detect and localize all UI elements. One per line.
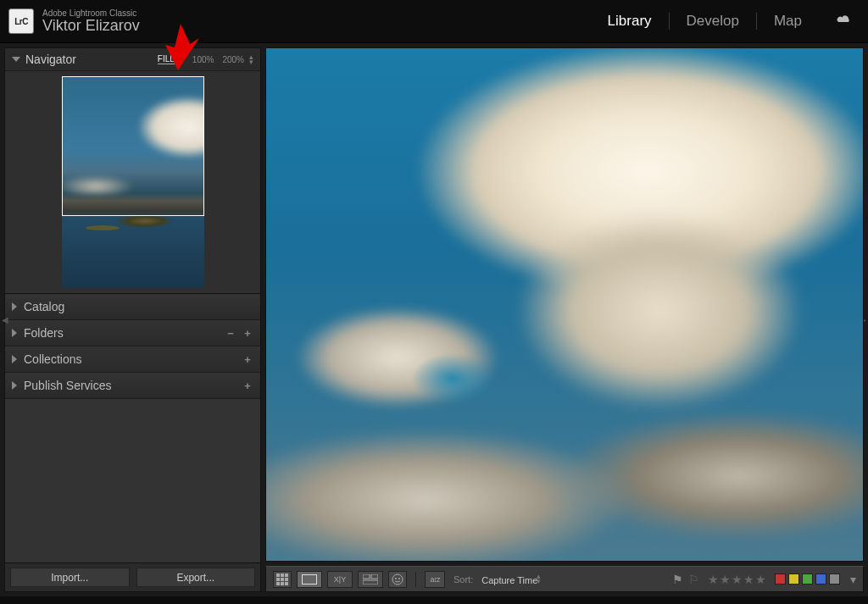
star-4[interactable]: ★	[743, 573, 754, 586]
navigator-preview[interactable]	[5, 71, 260, 294]
plus-icon[interactable]: +	[242, 327, 253, 340]
star-1[interactable]: ★	[708, 573, 719, 586]
svg-rect-3	[363, 580, 378, 585]
sort-direction-button[interactable]: a↕z	[425, 571, 445, 588]
module-library[interactable]: Library	[591, 13, 669, 30]
top-bar: LrC Adobe Lightroom Classic Viktor Eliza…	[0, 0, 868, 43]
grid-view-button[interactable]	[273, 571, 292, 588]
bottom-toolbar: X|Y a↕z Sort: Capture Time ▴▾ ⚑ ⚐ ★ ★ ★	[265, 566, 864, 592]
panel-folders[interactable]: Folders − +	[5, 320, 260, 346]
disclosure-triangle-icon	[12, 57, 20, 62]
main-area: X|Y a↕z Sort: Capture Time ▴▾ ⚑ ⚐ ★ ★ ★	[265, 47, 864, 592]
navigator-header[interactable]: Navigator FILL▴▾ 100% 200%▴▾	[5, 48, 260, 71]
disclosure-triangle-icon	[12, 302, 17, 311]
compare-view-button[interactable]: X|Y	[327, 571, 353, 588]
rating-stars: ★ ★ ★ ★ ★	[708, 573, 766, 586]
updown-icon[interactable]: ▴▾	[180, 54, 184, 64]
svg-rect-1	[363, 574, 370, 579]
left-panel-buttons: Import... Export...	[5, 562, 260, 591]
zoom-100[interactable]: 100%	[192, 55, 214, 64]
svg-rect-2	[371, 574, 378, 579]
toolbar-menu-icon[interactable]: ▾	[850, 573, 856, 586]
navigator-crop-frame[interactable]	[62, 76, 204, 216]
panel-label: Collections	[24, 352, 81, 366]
left-panel-spacer	[5, 399, 260, 562]
user-name-label: Viktor Elizarov	[42, 18, 140, 35]
star-5[interactable]: ★	[755, 573, 766, 586]
swatch-red[interactable]	[775, 574, 786, 585]
zoom-fill[interactable]: FILL	[158, 54, 175, 64]
color-label-swatches	[775, 574, 840, 585]
image-viewer[interactable]	[265, 47, 864, 562]
panel-catalog[interactable]: Catalog	[5, 294, 260, 320]
loupe-view-button[interactable]	[297, 571, 322, 588]
flag-pick-icon[interactable]: ⚑	[672, 573, 683, 586]
flag-reject-icon[interactable]: ⚐	[688, 573, 699, 586]
module-map[interactable]: Map	[756, 13, 819, 30]
swatch-yellow[interactable]	[788, 574, 799, 585]
navigator-thumbnail[interactable]	[62, 76, 204, 288]
plus-icon[interactable]: +	[242, 353, 253, 366]
panel-label: Folders	[24, 326, 64, 340]
sort-dropdown[interactable]: Capture Time ▴▾	[481, 574, 541, 585]
svg-point-6	[398, 578, 400, 579]
minus-icon[interactable]: −	[225, 327, 236, 340]
app-name-label: Adobe Lightroom Classic	[42, 8, 140, 18]
swatch-green[interactable]	[802, 574, 813, 585]
export-button[interactable]: Export...	[136, 568, 256, 587]
people-view-button[interactable]	[388, 571, 407, 588]
svg-point-4	[392, 574, 403, 585]
disclosure-triangle-icon	[12, 355, 17, 363]
panel-collections[interactable]: Collections +	[5, 346, 260, 373]
panel-label: Catalog	[24, 300, 64, 313]
sort-label: Sort:	[453, 574, 473, 585]
module-picker: Library Develop Map	[591, 13, 853, 30]
swatch-blue[interactable]	[815, 574, 826, 585]
app-logo: LrC	[8, 8, 34, 34]
survey-view-button[interactable]	[358, 571, 383, 588]
left-panel: Navigator FILL▴▾ 100% 200%▴▾	[4, 47, 261, 592]
disclosure-triangle-icon	[12, 329, 17, 337]
left-panel-toggle[interactable]: ◀	[0, 308, 10, 333]
star-2[interactable]: ★	[720, 573, 731, 586]
zoom-200[interactable]: 200%	[222, 55, 244, 64]
navigator-title: Navigator	[25, 53, 76, 66]
panel-publish-services[interactable]: Publish Services +	[5, 373, 260, 399]
module-develop[interactable]: Develop	[669, 13, 756, 30]
identity-plate[interactable]: Adobe Lightroom Classic Viktor Elizarov	[42, 8, 140, 35]
zoom-options: FILL▴▾ 100% 200%▴▾	[158, 54, 253, 64]
star-3[interactable]: ★	[732, 573, 743, 586]
cloud-sync-icon[interactable]	[836, 14, 853, 29]
disclosure-triangle-icon	[12, 381, 17, 390]
import-button[interactable]: Import...	[10, 568, 130, 587]
swatch-none[interactable]	[829, 574, 840, 585]
updown-icon[interactable]: ▴▾	[249, 54, 253, 64]
panel-label: Publish Services	[24, 379, 112, 392]
plus-icon[interactable]: +	[242, 380, 253, 392]
svg-point-5	[395, 578, 397, 579]
